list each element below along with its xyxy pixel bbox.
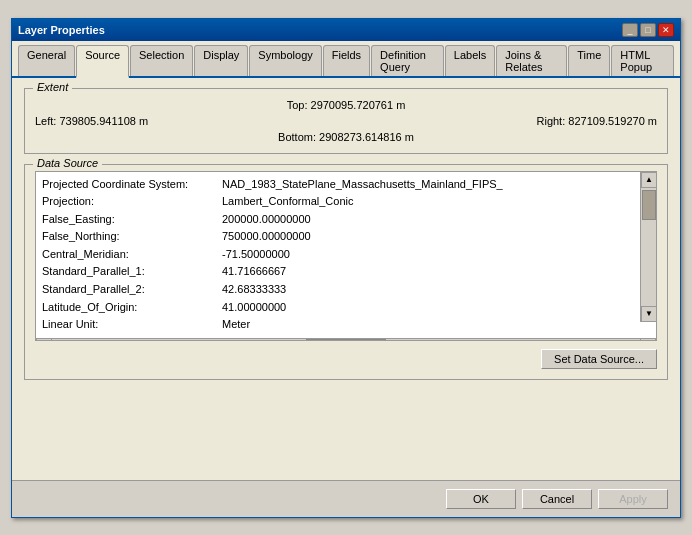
ds-row-4: Central_Meridian: -71.50000000 (42, 246, 652, 264)
extent-right: Right: 827109.519270 m (450, 115, 657, 127)
extent-top: Top: 2970095.720761 m (35, 99, 657, 111)
ok-button[interactable]: OK (446, 489, 516, 509)
scroll-track-vertical[interactable] (641, 188, 656, 306)
ds-label-3: False_Northing: (42, 228, 222, 246)
title-bar: Layer Properties _ □ ✕ (12, 19, 680, 41)
extent-bottom: Bottom: 2908273.614816 m (35, 131, 657, 143)
ds-label-0: Projected Coordinate System: (42, 176, 222, 194)
set-data-source-button[interactable]: Set Data Source... (541, 349, 657, 369)
data-source-box: Projected Coordinate System: NAD_1983_St… (35, 171, 657, 341)
ds-row-8: Linear Unit: Meter (42, 316, 652, 334)
ds-value-2: 200000.00000000 (222, 211, 311, 229)
ds-value-7: 41.00000000 (222, 299, 286, 317)
ds-row-0: Projected Coordinate System: NAD_1983_St… (42, 176, 652, 194)
ds-value-0: NAD_1983_StatePlane_Massachusetts_Mainla… (222, 176, 503, 194)
maximize-button[interactable]: □ (640, 23, 656, 37)
ds-label-1: Projection: (42, 193, 222, 211)
ds-row-2: False_Easting: 200000.00000000 (42, 211, 652, 229)
scroll-right-button[interactable]: ► (640, 338, 656, 340)
window-title: Layer Properties (18, 24, 105, 36)
ds-label-8: Linear Unit: (42, 316, 222, 334)
scroll-track-horizontal[interactable] (52, 339, 640, 341)
ds-value-4: -71.50000000 (222, 246, 290, 264)
scroll-thumb-horizontal[interactable] (306, 339, 386, 341)
content-area: Extent Top: 2970095.720761 m Left: 73980… (12, 78, 680, 480)
tab-symbology[interactable]: Symbology (249, 45, 321, 76)
tab-selection[interactable]: Selection (130, 45, 193, 76)
tab-display[interactable]: Display (194, 45, 248, 76)
tab-source[interactable]: Source (76, 45, 129, 78)
scroll-thumb-vertical[interactable] (642, 190, 656, 220)
vertical-scrollbar[interactable]: ▲ ▼ (640, 172, 656, 322)
ds-value-1: Lambert_Conformal_Conic (222, 193, 353, 211)
extent-bottom-label: Bottom: (278, 131, 316, 143)
layer-properties-window: Layer Properties _ □ ✕ General Source Se… (11, 18, 681, 518)
tab-fields[interactable]: Fields (323, 45, 370, 76)
ds-row-3: False_Northing: 750000.00000000 (42, 228, 652, 246)
tab-general[interactable]: General (18, 45, 75, 76)
ds-value-8: Meter (222, 316, 250, 334)
set-data-source-row: Set Data Source... (35, 349, 657, 369)
apply-button[interactable]: Apply (598, 489, 668, 509)
data-source-label: Data Source (33, 157, 102, 169)
minimize-button[interactable]: _ (622, 23, 638, 37)
extent-label: Extent (33, 81, 72, 93)
scroll-up-button[interactable]: ▲ (641, 172, 657, 188)
scroll-down-button[interactable]: ▼ (641, 306, 657, 322)
data-source-group: Data Source Projected Coordinate System:… (24, 164, 668, 380)
tab-joins-relates[interactable]: Joins & Relates (496, 45, 567, 76)
ds-row-6: Standard_Parallel_2: 42.68333333 (42, 281, 652, 299)
extent-left: Left: 739805.941108 m (35, 115, 242, 127)
tab-time[interactable]: Time (568, 45, 610, 76)
scroll-left-button[interactable]: ◄ (36, 338, 52, 340)
data-source-inner: Projected Coordinate System: NAD_1983_St… (36, 172, 656, 338)
footer: OK Cancel Apply (12, 480, 680, 517)
ds-row-7: Latitude_Of_Origin: 41.00000000 (42, 299, 652, 317)
ds-value-5: 41.71666667 (222, 263, 286, 281)
ds-label-2: False_Easting: (42, 211, 222, 229)
ds-label-7: Latitude_Of_Origin: (42, 299, 222, 317)
spacer (24, 390, 668, 470)
cancel-button[interactable]: Cancel (522, 489, 592, 509)
title-bar-controls: _ □ ✕ (622, 23, 674, 37)
horizontal-scrollbar[interactable]: ◄ ► (36, 338, 656, 341)
close-button[interactable]: ✕ (658, 23, 674, 37)
extent-grid: Top: 2970095.720761 m Left: 739805.94110… (35, 99, 657, 143)
ds-label-4: Central_Meridian: (42, 246, 222, 264)
extent-top-label: Top: (287, 99, 308, 111)
ds-value-6: 42.68333333 (222, 281, 286, 299)
tab-definition-query[interactable]: Definition Query (371, 45, 444, 76)
tab-bar: General Source Selection Display Symbolo… (12, 41, 680, 78)
tab-labels[interactable]: Labels (445, 45, 495, 76)
ds-label-5: Standard_Parallel_1: (42, 263, 222, 281)
ds-row-5: Standard_Parallel_1: 41.71666667 (42, 263, 652, 281)
extent-group: Extent Top: 2970095.720761 m Left: 73980… (24, 88, 668, 154)
extent-top-value: 2970095.720761 m (311, 99, 406, 111)
extent-bottom-value: 2908273.614816 m (319, 131, 414, 143)
ds-row-1: Projection: Lambert_Conformal_Conic (42, 193, 652, 211)
ds-label-6: Standard_Parallel_2: (42, 281, 222, 299)
data-source-scroll-area[interactable]: Projected Coordinate System: NAD_1983_St… (36, 172, 656, 338)
ds-value-3: 750000.00000000 (222, 228, 311, 246)
tab-html-popup[interactable]: HTML Popup (611, 45, 674, 76)
